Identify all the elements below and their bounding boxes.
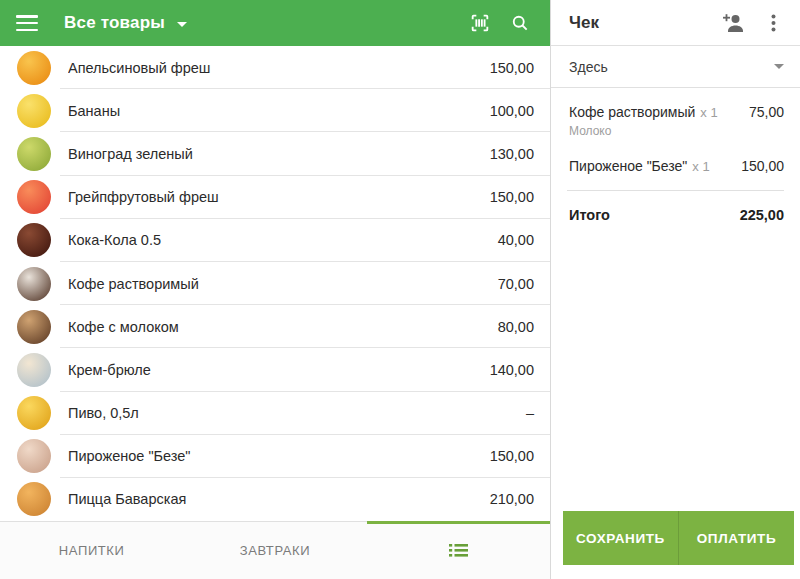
product-row[interactable]: Кока-Кола 0.5 40,00 bbox=[0, 219, 550, 262]
pos-app: Все товары Апельсиновый фреш bbox=[0, 0, 800, 579]
receipt-item-name: Кофе растворимый bbox=[569, 104, 695, 120]
product-image bbox=[17, 267, 51, 301]
receipt-item-qty: x 1 bbox=[700, 105, 749, 120]
product-name: Кока-Кола 0.5 bbox=[68, 232, 498, 248]
product-price: 210,00 bbox=[490, 491, 534, 507]
product-image bbox=[17, 353, 51, 387]
products-panel: Все товары Апельсиновый фреш bbox=[0, 0, 550, 579]
product-row[interactable]: Кофе с молоком 80,00 bbox=[0, 305, 550, 348]
product-image bbox=[17, 51, 51, 85]
product-price: 150,00 bbox=[490, 60, 534, 76]
tab-drinks[interactable]: НАПИТКИ bbox=[0, 522, 183, 579]
product-name: Виноград зеленый bbox=[68, 146, 490, 162]
product-name: Пиво, 0,5л bbox=[68, 405, 526, 421]
product-price: 130,00 bbox=[490, 146, 534, 162]
receipt-title: Чек bbox=[569, 13, 720, 33]
overflow-menu-icon[interactable] bbox=[760, 11, 786, 35]
product-price: 140,00 bbox=[490, 362, 534, 378]
product-row[interactable]: Грейпфрутовый фреш 150,00 bbox=[0, 176, 550, 219]
receipt-item[interactable]: Кофе растворимый x 1 75,00 Молоко bbox=[551, 94, 800, 138]
product-image bbox=[17, 223, 51, 257]
receipt-items: Кофе растворимый x 1 75,00 Молоко Пироже… bbox=[551, 88, 800, 174]
location-dropdown[interactable]: Здесь bbox=[551, 46, 800, 88]
product-name: Кофе с молоком bbox=[68, 319, 498, 335]
chevron-down-icon[interactable] bbox=[177, 22, 187, 27]
products-header: Все товары bbox=[0, 0, 550, 46]
product-name: Грейпфрутовый фреш bbox=[68, 189, 490, 205]
product-image bbox=[17, 137, 51, 171]
active-tab-indicator bbox=[367, 521, 550, 524]
product-image bbox=[17, 310, 51, 344]
product-price: 40,00 bbox=[498, 232, 534, 248]
receipt-item[interactable]: Пироженое "Безе" x 1 150,00 bbox=[551, 148, 800, 174]
add-customer-icon[interactable] bbox=[720, 11, 746, 35]
receipt-item-price: 150,00 bbox=[741, 158, 784, 174]
menu-icon[interactable] bbox=[16, 15, 38, 31]
list-icon bbox=[449, 543, 468, 558]
product-row[interactable]: Апельсиновый фреш 150,00 bbox=[0, 46, 550, 89]
product-image bbox=[17, 180, 51, 214]
receipt-item-qty: x 1 bbox=[692, 159, 741, 174]
product-name: Пироженое "Безе" bbox=[68, 448, 490, 464]
receipt-header: Чек bbox=[551, 0, 800, 46]
product-image bbox=[17, 482, 51, 516]
receipt-item-price: 75,00 bbox=[749, 104, 784, 120]
product-price: 150,00 bbox=[490, 448, 534, 464]
save-button[interactable]: СОХРАНИТЬ bbox=[563, 511, 678, 565]
product-image bbox=[17, 396, 51, 430]
product-row[interactable]: Кофе растворимый 70,00 bbox=[0, 262, 550, 305]
product-image bbox=[17, 94, 51, 128]
location-label: Здесь bbox=[569, 59, 774, 75]
product-name: Крем-брюле bbox=[68, 362, 490, 378]
total-label: Итого bbox=[569, 207, 740, 223]
product-row[interactable]: Бананы 100,00 bbox=[0, 89, 550, 132]
product-name: Кофе растворимый bbox=[68, 276, 498, 292]
tab-breakfasts[interactable]: ЗАВТРАКИ bbox=[183, 522, 366, 579]
product-image bbox=[17, 439, 51, 473]
category-tab-bar: НАПИТКИ ЗАВТРАКИ bbox=[0, 521, 550, 579]
product-row[interactable]: Крем-брюле 140,00 bbox=[0, 348, 550, 391]
pay-button[interactable]: ОПЛАТИТЬ bbox=[679, 511, 794, 565]
product-list: Апельсиновый фреш 150,00 Бананы 100,00 В… bbox=[0, 46, 550, 521]
product-price: 100,00 bbox=[490, 103, 534, 119]
product-price: 80,00 bbox=[498, 319, 534, 335]
receipt-item-name: Пироженое "Безе" bbox=[569, 158, 687, 174]
receipt-total: Итого 225,00 bbox=[551, 191, 800, 223]
receipt-item-note: Молоко bbox=[569, 124, 784, 138]
receipt-actions: СОХРАНИТЬ ОПЛАТИТЬ bbox=[563, 511, 794, 565]
product-row[interactable]: Виноград зеленый 130,00 bbox=[0, 132, 550, 175]
category-selector-label[interactable]: Все товары bbox=[64, 13, 165, 33]
barcode-scan-icon[interactable] bbox=[468, 11, 492, 35]
total-value: 225,00 bbox=[740, 207, 784, 223]
product-row[interactable]: Пицца Баварская 210,00 bbox=[0, 478, 550, 521]
product-price: 150,00 bbox=[490, 189, 534, 205]
search-icon[interactable] bbox=[508, 11, 532, 35]
tab-all-list[interactable] bbox=[367, 522, 550, 579]
product-price: – bbox=[526, 405, 534, 421]
product-row[interactable]: Пиво, 0,5л – bbox=[0, 392, 550, 435]
product-price: 70,00 bbox=[498, 276, 534, 292]
chevron-down-icon bbox=[774, 64, 784, 69]
product-name: Бананы bbox=[68, 103, 490, 119]
product-name: Пицца Баварская bbox=[68, 491, 490, 507]
product-name: Апельсиновый фреш bbox=[68, 60, 490, 76]
receipt-panel: Чек Здесь Кофе растворимый bbox=[550, 0, 800, 579]
product-row[interactable]: Пироженое "Безе" 150,00 bbox=[0, 435, 550, 478]
